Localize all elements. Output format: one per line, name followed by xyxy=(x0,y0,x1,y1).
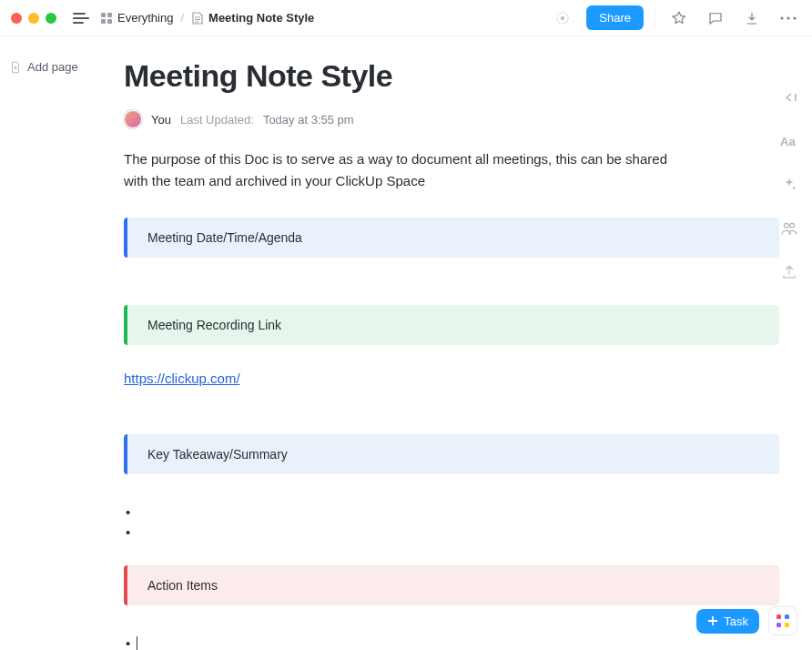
svg-point-6 xyxy=(780,16,783,19)
svg-rect-2 xyxy=(101,19,106,24)
add-page-label: Add page xyxy=(27,60,78,74)
banner-label: Key Takeaway/Summary xyxy=(147,447,288,462)
recording-link[interactable]: https://clickup.com/ xyxy=(124,371,240,386)
privacy-icon[interactable] xyxy=(550,5,575,31)
add-page-icon xyxy=(9,61,22,74)
document-scroll-area[interactable]: Meeting Note Style You Last Updated: Tod… xyxy=(91,36,812,650)
author-avatar[interactable] xyxy=(124,110,142,128)
list-item[interactable] xyxy=(137,500,779,520)
divider xyxy=(655,9,655,27)
apps-button[interactable] xyxy=(768,606,797,635)
summary-list[interactable] xyxy=(124,500,779,540)
svg-point-8 xyxy=(793,16,796,19)
svg-rect-1 xyxy=(107,13,112,17)
svg-point-5 xyxy=(561,15,565,20)
sidebar-toggle-icon[interactable] xyxy=(71,9,91,27)
doc-meta-row: You Last Updated: Today at 3:55 pm xyxy=(124,110,779,128)
banner-label: Meeting Recording Link xyxy=(147,318,281,332)
svg-point-11 xyxy=(790,223,795,228)
breadcrumb-label: Meeting Note Style xyxy=(208,11,314,25)
svg-point-7 xyxy=(787,16,789,19)
right-tool-rail: Aa xyxy=(777,86,801,284)
text-caret xyxy=(137,636,137,650)
last-updated-value: Today at 3:55 pm xyxy=(263,113,354,127)
bottom-floaters: Task xyxy=(696,606,797,635)
last-updated-label: Last Updated: xyxy=(180,113,254,127)
banner-label: Action Items xyxy=(147,578,218,593)
list-item[interactable] xyxy=(137,520,779,540)
download-icon[interactable] xyxy=(739,5,765,31)
comments-icon[interactable] xyxy=(703,5,728,31)
list-item[interactable] xyxy=(137,631,779,650)
task-button-label: Task xyxy=(724,614,748,628)
export-icon[interactable] xyxy=(777,260,801,284)
action-items-list[interactable] xyxy=(124,631,779,650)
left-sidebar: Add page xyxy=(0,36,91,650)
breadcrumb-separator: / xyxy=(180,11,184,25)
doc-icon xyxy=(191,12,204,25)
topbar: Everything / Meeting Note Style Share xyxy=(0,0,812,36)
collapse-panel-icon[interactable] xyxy=(777,86,801,109)
body: Add page Meeting Note Style You Last Upd… xyxy=(0,36,812,650)
top-actions: Share xyxy=(550,5,801,31)
doc-purpose-paragraph[interactable]: The purpose of this Doc is to serve as a… xyxy=(124,148,688,192)
banner-label: Meeting Date/Time/Agenda xyxy=(147,230,302,245)
breadcrumb-everything[interactable]: Everything xyxy=(100,11,173,25)
plus-icon xyxy=(707,615,718,626)
banner-key-takeaway[interactable]: Key Takeaway/Summary xyxy=(124,434,779,474)
apps-grid-icon xyxy=(776,614,789,627)
grid-icon xyxy=(100,12,113,25)
page-title[interactable]: Meeting Note Style xyxy=(124,58,779,94)
document-page: Meeting Note Style You Last Updated: Tod… xyxy=(106,36,797,650)
banner-meeting-date[interactable]: Meeting Date/Time/Agenda xyxy=(124,218,779,258)
fullscreen-window-icon[interactable] xyxy=(46,13,56,24)
favorite-icon[interactable] xyxy=(666,5,692,31)
close-window-icon[interactable] xyxy=(11,13,22,24)
ai-sparkle-icon[interactable] xyxy=(777,173,801,197)
breadcrumb-current-doc[interactable]: Meeting Note Style xyxy=(191,11,314,25)
svg-rect-3 xyxy=(107,19,112,24)
share-button[interactable]: Share xyxy=(586,5,644,30)
font-style-icon[interactable]: Aa xyxy=(777,129,801,153)
more-icon[interactable] xyxy=(776,5,801,31)
breadcrumb-label: Everything xyxy=(117,11,173,25)
author-name: You xyxy=(151,113,171,127)
banner-action-items[interactable]: Action Items xyxy=(124,565,779,605)
collaborators-icon[interactable] xyxy=(777,217,801,240)
svg-point-10 xyxy=(784,223,788,228)
new-task-button[interactable]: Task xyxy=(696,609,759,634)
svg-text:Aa: Aa xyxy=(780,135,796,148)
add-page-button[interactable]: Add page xyxy=(9,60,82,74)
banner-recording-link[interactable]: Meeting Recording Link xyxy=(124,305,779,345)
minimize-window-icon[interactable] xyxy=(28,13,39,24)
window-traffic-lights xyxy=(11,13,56,24)
breadcrumb: Everything / Meeting Note Style xyxy=(100,11,314,25)
svg-rect-0 xyxy=(101,13,106,17)
